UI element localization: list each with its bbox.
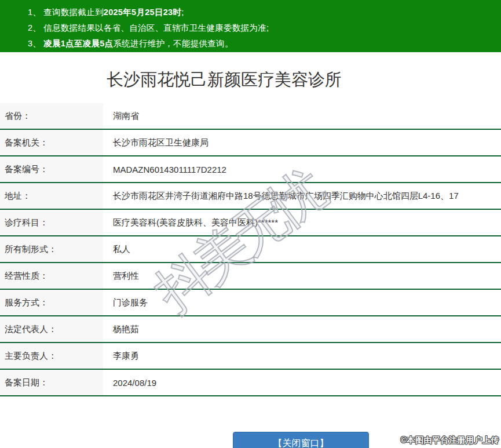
field-value: 长沙市雨花区井湾子街道湘府中路18号德思勤城市广场四季汇购物中心北馆四层L4-1… [103, 183, 501, 209]
field-label: 服务方式： [0, 290, 103, 315]
notice-number: 1、 [28, 8, 41, 17]
table-row-ownership: 所有制形式： 私人 [0, 236, 501, 263]
field-label: 经营性质： [0, 263, 103, 289]
field-label: 诊疗科目： [0, 210, 103, 235]
notice-bar: 1、查询数据截止到2025年5月25日23时; 2、信息数据结果以各省、自治区、… [0, 0, 501, 52]
notice-line-2: 2、信息数据结果以各省、自治区、直辖市卫生健康委数据为准; [28, 20, 501, 36]
table-row-medical-subjects: 诊疗科目： 医疗美容科(美容皮肤科、美容中医科)****** [0, 210, 501, 236]
table-row-address: 地址： 长沙市雨花区井湾子街道湘府中路18号德思勤城市广场四季汇购物中心北馆四层… [0, 183, 501, 210]
field-label: 所有制形式： [0, 236, 103, 262]
notice-text: ; [181, 8, 184, 17]
table-row-filing-authority: 备案机关： 长沙市雨花区卫生健康局 [0, 130, 501, 156]
field-label: 地址： [0, 183, 103, 209]
table-row-legal-representative: 法定代表人： 杨艳茹 [0, 316, 501, 343]
close-window-button[interactable]: 【关闭窗口】 [233, 432, 369, 448]
notice-line-3: 3、凌晨1点至凌晨5点系统进行维护，不能提供查询。 [28, 36, 501, 52]
table-row-filing-date: 备案日期： 2024/08/19 [0, 370, 501, 396]
field-label: 法定代表人： [0, 316, 103, 342]
table-row-service-mode: 服务方式： 门诊服务 [0, 290, 501, 316]
notice-line-1: 1、查询数据截止到2025年5月25日23时; [28, 5, 501, 20]
notice-bold-text: 凌晨1点至凌晨5点 [43, 39, 113, 48]
notice-text: 系统进行维护，不能提供查询。 [114, 39, 233, 48]
table-row-business-nature: 经营性质： 营利性 [0, 263, 501, 290]
field-value: 杨艳茹 [103, 316, 501, 342]
notice-bold-text: 2025年5月25日23时 [104, 8, 181, 17]
field-label: 主要负责人： [0, 343, 103, 369]
field-value: 医疗美容科(美容皮肤科、美容中医科)****** [103, 210, 501, 235]
field-value: 湖南省 [103, 103, 501, 129]
field-value: 私人 [103, 236, 501, 262]
field-label: 省份： [0, 103, 103, 129]
field-value: 李康勇 [103, 343, 501, 369]
field-value: 营利性 [103, 263, 501, 289]
filing-info-table: 省份： 湖南省 备案机关： 长沙市雨花区卫生健康局 备案编号： MADAZN60… [0, 103, 501, 396]
field-value: 门诊服务 [103, 290, 501, 315]
notice-number: 2、 [28, 23, 41, 32]
field-value: 2024/08/19 [103, 370, 501, 395]
notice-number: 3、 [28, 39, 41, 48]
field-value: MADAZN60143011117D2212 [103, 156, 501, 182]
table-row-filing-number: 备案编号： MADAZN60143011117D2212 [0, 156, 501, 183]
notice-text: 查询数据截止到 [43, 8, 104, 17]
table-row-province: 省份： 湖南省 [0, 103, 501, 130]
field-label: 备案日期： [0, 370, 103, 395]
copyright-note: ©本图由平台注册用户上传 [401, 435, 499, 446]
clinic-title: 长沙雨花悦己新颜医疗美容诊所 [0, 67, 448, 92]
field-value: 长沙市雨花区卫生健康局 [103, 130, 501, 155]
filing-detail-page: 1、查询数据截止到2025年5月25日23时; 2、信息数据结果以各省、自治区、… [0, 0, 501, 448]
notice-text: 信息数据结果以各省、自治区、直辖市卫生健康委数据为准; [43, 23, 269, 32]
field-label: 备案编号： [0, 156, 103, 182]
table-row-principal: 主要负责人： 李康勇 [0, 343, 501, 370]
field-label: 备案机关： [0, 130, 103, 155]
